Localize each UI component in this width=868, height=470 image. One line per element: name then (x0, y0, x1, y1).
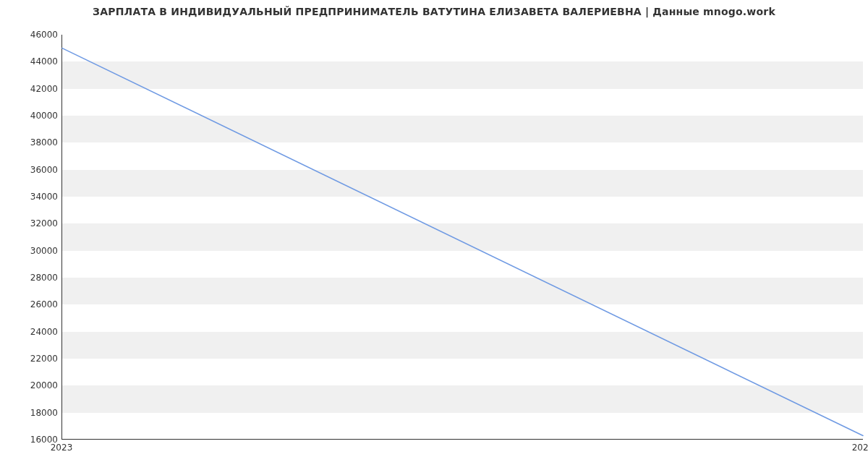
y-tick-label: 44000 (7, 56, 58, 67)
y-tick-label: 34000 (7, 192, 58, 202)
line-layer (62, 35, 863, 439)
chart-title: ЗАРПЛАТА В ИНДИВИДУАЛЬНЫЙ ПРЕДПРИНИМАТЕЛ… (0, 6, 868, 17)
series-line (62, 48, 863, 436)
y-tick-label: 28000 (7, 273, 58, 283)
y-tick-label: 46000 (7, 30, 58, 40)
plot-area (61, 35, 863, 440)
y-tick-label: 20000 (7, 380, 58, 390)
y-tick-label: 18000 (7, 408, 58, 418)
x-tick-label: 2023 (51, 443, 73, 453)
y-tick-label: 30000 (7, 246, 58, 256)
y-tick-label: 22000 (7, 354, 58, 364)
x-tick-label: 2024 (852, 443, 868, 453)
y-tick-label: 24000 (7, 327, 58, 337)
y-tick-label: 42000 (7, 84, 58, 94)
y-tick-label: 40000 (7, 111, 58, 121)
chart-container: ЗАРПЛАТА В ИНДИВИДУАЛЬНЫЙ ПРЕДПРИНИМАТЕЛ… (0, 0, 868, 470)
y-tick-label: 32000 (7, 218, 58, 228)
y-tick-label: 36000 (7, 165, 58, 175)
y-tick-label: 26000 (7, 299, 58, 309)
y-tick-label: 38000 (7, 137, 58, 148)
